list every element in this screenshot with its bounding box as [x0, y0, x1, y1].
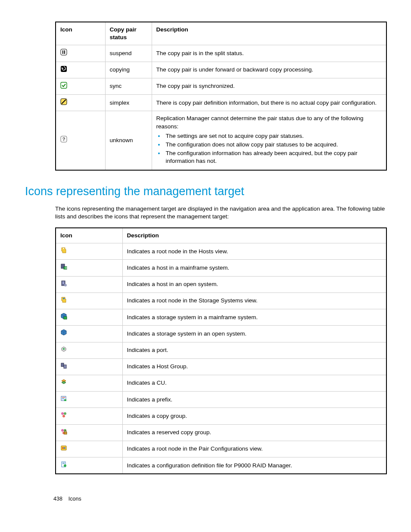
suspend-icon [60, 49, 67, 58]
svg-rect-20 [64, 365, 66, 368]
svg-point-38 [64, 464, 66, 467]
svg-rect-37 [62, 464, 65, 464]
copy-pair-status-table: Icon Copy pair status Description suspen… [55, 22, 387, 171]
desc-cell: Indicates a configuration definition fil… [122, 457, 386, 474]
svg-text:MF: MF [65, 267, 67, 269]
svg-point-16 [64, 284, 67, 286]
desc-cell: Indicates a host in a mainframe system. [122, 260, 386, 276]
desc-cell: Indicates a storage system in an open sy… [122, 326, 386, 342]
desc-cell: Indicates a host in an open system. [122, 276, 386, 292]
svg-rect-1 [62, 50, 63, 54]
desc-cell: Indicates a Host Group. [122, 358, 386, 375]
table-row: Indicates a CU. [56, 375, 386, 391]
desc-cell: Indicates a port. [122, 342, 386, 358]
simplex-icon [60, 98, 67, 107]
copy-group-icon [60, 411, 67, 420]
storage-root-icon [60, 296, 67, 305]
management-target-table: Icon Description Indicates a root node i… [55, 227, 387, 474]
desc-cell: Indicates a prefix. [122, 392, 386, 408]
desc-cell: The copy pair is under forward or backwa… [152, 62, 386, 78]
unknown-icon: ? [60, 136, 67, 145]
host-open-icon [60, 280, 67, 289]
table-header: Description [122, 228, 386, 243]
table-header: Copy pair status [105, 22, 152, 45]
table-row: Indicates a prefix. [56, 392, 386, 408]
svg-rect-14 [62, 282, 64, 283]
table-row: Indicates a storage system in an open sy… [56, 326, 386, 342]
port-icon [60, 346, 67, 355]
svg-rect-36 [62, 463, 65, 463]
list-item: The configuration information has alread… [164, 149, 382, 165]
svg-rect-9 [63, 248, 64, 249]
sync-icon [60, 82, 67, 91]
intro-text: The icons representing the management ta… [55, 205, 386, 221]
hosts-root-icon [60, 247, 67, 256]
desc-cell: Indicates a storage system in a mainfram… [122, 309, 386, 326]
svg-rect-17 [64, 317, 67, 319]
table-row: Indicates a configuration definition fil… [56, 457, 386, 474]
svg-rect-24 [64, 399, 66, 401]
svg-rect-22 [62, 397, 65, 398]
status-cell: copying [105, 62, 152, 78]
table-row: suspend The copy pair is in the split st… [56, 45, 386, 62]
copying-icon [60, 65, 67, 75]
svg-rect-15 [62, 283, 64, 284]
table-header: Icon [56, 228, 122, 243]
reserved-copy-group-icon [60, 428, 67, 437]
table-row: ? unknown Replication Manager cannot det… [56, 111, 386, 170]
svg-point-4 [65, 69, 65, 70]
desc-cell: Indicates a root node in the Storage Sys… [122, 292, 386, 309]
host-group-icon [60, 362, 67, 371]
status-cell: sync [105, 78, 152, 94]
svg-text:?: ? [62, 137, 65, 142]
svg-point-26 [64, 412, 66, 415]
desc-cell: Indicates a reserved copy group. [122, 424, 386, 441]
desc-cell: Indicates a root node in the Pair Config… [122, 441, 386, 457]
list-item: The configuration does not allow copy pa… [164, 141, 382, 149]
svg-rect-19 [61, 363, 64, 367]
table-row: Indicates a root node in the Hosts view. [56, 243, 386, 260]
svg-point-34 [64, 447, 65, 449]
desc-cell: Indicates a root node in the Hosts view. [122, 243, 386, 260]
table-header: Description [152, 22, 386, 45]
storage-mainframe-icon [60, 313, 67, 322]
table-row: Indicates a Host Group. [56, 358, 386, 375]
table-row: Indicates a copy group. [56, 408, 386, 424]
config-definition-file-icon [60, 461, 67, 470]
status-cell: suspend [105, 45, 152, 62]
table-row: sync The copy pair is synchronized. [56, 78, 386, 94]
cu-icon [60, 379, 67, 388]
host-mainframe-icon: MF [60, 263, 67, 272]
table-row: Indicates a root node in the Pair Config… [56, 441, 386, 457]
table-row: copying The copy pair is under forward o… [56, 62, 386, 78]
section-heading: Icons representing the management target [25, 184, 386, 199]
table-row: Indicates a host in an open system. [56, 276, 386, 292]
list-item: The settings are set not to acquire copy… [164, 132, 382, 140]
table-row: Indicates a reserved copy group. [56, 424, 386, 441]
table-row: MF Indicates a host in a mainframe syste… [56, 260, 386, 276]
svg-point-25 [61, 412, 64, 415]
svg-rect-2 [64, 50, 65, 54]
table-header: Icon [56, 22, 105, 45]
storage-open-icon [60, 329, 67, 338]
svg-point-28 [61, 429, 64, 432]
svg-point-18 [63, 348, 65, 350]
svg-rect-23 [62, 398, 64, 399]
table-row: simplex There is copy pair definition in… [56, 95, 386, 111]
svg-point-33 [62, 447, 64, 449]
desc-cell: Indicates a CU. [122, 375, 386, 391]
prefix-icon [60, 395, 67, 404]
pair-config-root-icon [60, 445, 67, 454]
table-row: Indicates a port. [56, 342, 386, 358]
desc-cell: Replication Manager cannot determine the… [152, 111, 386, 170]
desc-cell: Indicates a copy group. [122, 408, 386, 424]
status-cell: unknown [105, 111, 152, 170]
desc-intro: Replication Manager cannot determine the… [156, 115, 382, 130]
status-cell: simplex [105, 95, 152, 111]
svg-rect-0 [61, 49, 67, 55]
table-row: Indicates a storage system in a mainfram… [56, 309, 386, 326]
desc-cell: There is copy pair definition informatio… [152, 95, 386, 111]
desc-cell: The copy pair is synchronized. [152, 78, 386, 94]
svg-rect-5 [61, 82, 67, 88]
table-row: Indicates a root node in the Storage Sys… [56, 292, 386, 309]
